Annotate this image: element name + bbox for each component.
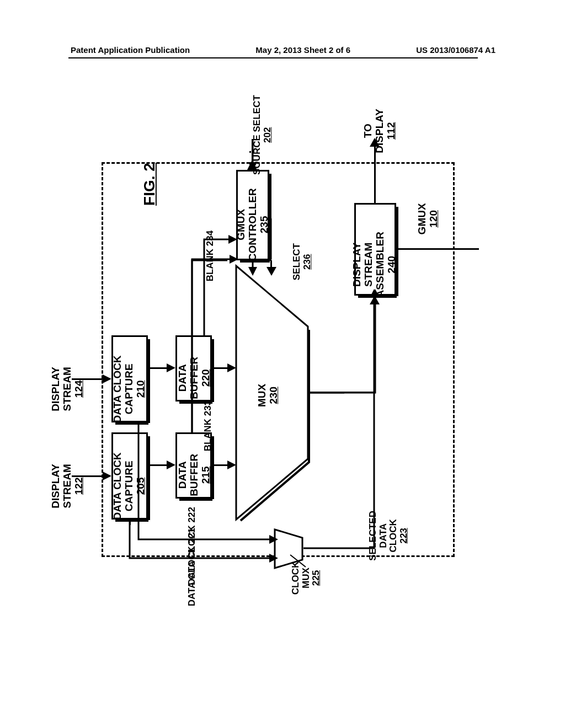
svg-marker-6 <box>269 535 278 544</box>
label-blank233: BLANK 233 <box>203 379 214 451</box>
svg-line-2 <box>290 555 306 567</box>
figure-label: FIG. 2 <box>141 163 158 206</box>
label-gmux: GMUX 120 <box>417 197 440 241</box>
svg-marker-11 <box>266 267 276 276</box>
label-clk222: DATA CLOCK 222 <box>187 486 198 585</box>
label-output: TO DISPLAY 112 <box>363 103 397 158</box>
arrow-src-sel-h <box>249 151 251 153</box>
label-mux: MUX 230 <box>257 379 280 412</box>
figure-stage: DATA CLOCK CAPTURE 205 DATA CLOCK CAPTUR… <box>0 0 565 728</box>
label-selclk: SELECTED DATA CLOCK 223 <box>368 502 409 569</box>
clock-mux-leader <box>287 552 309 574</box>
label-dcc2: DATA CLOCK CAPTURE 210 <box>112 350 147 427</box>
label-blank234: BLANK 234 <box>205 210 216 281</box>
arrowhead-ds124 <box>103 374 111 383</box>
svg-marker-5 <box>269 554 278 563</box>
arrow-out-h <box>396 248 479 250</box>
arrowhead-ds122 <box>103 472 111 480</box>
arrow-dcc2-db2 <box>148 367 168 369</box>
arrowhead-select <box>266 267 276 277</box>
label-ds124: DISPLAY STREAM 124 <box>50 361 85 416</box>
label-source-select: SOURCE SELECT 202 <box>252 85 273 185</box>
label-ds122: DISPLAY STREAM 122 <box>50 458 85 513</box>
mux-to-dsa-clean <box>307 243 362 397</box>
arrowhead-dcc2-db2 <box>167 363 175 372</box>
